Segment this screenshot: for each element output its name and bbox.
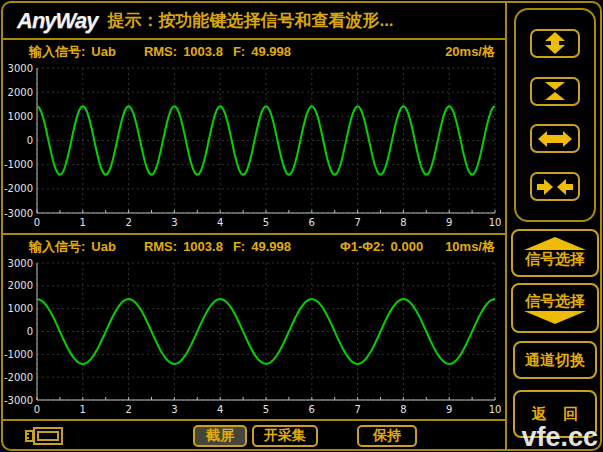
triangle-down-icon — [524, 311, 586, 324]
svg-text:7: 7 — [354, 217, 360, 228]
instrument-screen: AnyWay 提示：按功能键选择信号和查看波形... 输入信号: Uab RMS… — [0, 0, 603, 452]
phase-diff-value: 0.000 — [391, 239, 424, 254]
svg-text:-3000: -3000 — [4, 395, 33, 406]
freq-label: F: — [233, 239, 245, 254]
svg-text:1: 1 — [80, 404, 86, 415]
expand-vertical-icon — [537, 32, 573, 54]
anyway-logo: AnyWay — [17, 8, 97, 34]
channel-switch-label: 通道切换 — [525, 351, 585, 370]
hold-button-label: 保持 — [373, 427, 401, 445]
phase-diff-label: Φ1-Φ2: — [340, 239, 384, 254]
svg-text:10: 10 — [489, 217, 501, 228]
waveform-panel-2: 输入信号: Uab RMS: 1003.8 F: 49.998 Φ1-Φ2: 0… — [3, 233, 505, 419]
svg-text:3: 3 — [171, 404, 177, 415]
rms-label: RMS: — [144, 44, 177, 59]
compress-vertical-button[interactable] — [530, 77, 580, 106]
expand-vertical-button[interactable] — [530, 29, 580, 58]
svg-text:8: 8 — [400, 217, 406, 228]
signal-value: Uab — [91, 239, 116, 254]
vfe-watermark: vfe.cc — [521, 422, 598, 452]
svg-text:-2000: -2000 — [4, 183, 33, 194]
back-button-label: 返 回 — [532, 405, 579, 424]
svg-text:1000: 1000 — [8, 303, 33, 314]
svg-text:0: 0 — [27, 326, 33, 337]
svg-text:-2000: -2000 — [4, 372, 33, 383]
compress-horizontal-button[interactable] — [530, 172, 580, 201]
signal-select-down-label: 信号选择 — [525, 292, 585, 311]
svg-text:10: 10 — [489, 404, 501, 415]
svg-text:3: 3 — [171, 217, 177, 228]
freq-value: 49.998 — [251, 239, 291, 254]
main-area: AnyWay 提示：按功能键选择信号和查看波形... 输入信号: Uab RMS… — [3, 3, 507, 449]
waveform-zoom-group — [514, 8, 596, 222]
expand-horizontal-icon — [537, 128, 573, 150]
rms-value: 1003.8 — [183, 239, 223, 254]
svg-text:-3000: -3000 — [4, 208, 33, 219]
svg-text:8: 8 — [400, 404, 406, 415]
timebase-value: 10ms/格 — [445, 238, 495, 256]
screenshot-button[interactable]: 截屏 — [193, 425, 247, 447]
svg-text:0: 0 — [27, 135, 33, 146]
svg-text:6: 6 — [309, 217, 315, 228]
bottom-bar: 截屏 开采集 保持 — [3, 419, 505, 451]
svg-text:1000: 1000 — [8, 111, 33, 122]
triangle-up-icon — [524, 237, 586, 250]
svg-text:1: 1 — [80, 217, 86, 228]
start-capture-button-label: 开采集 — [264, 427, 306, 445]
svg-text:4: 4 — [217, 217, 223, 228]
signal-select-up-label: 信号选择 — [525, 250, 585, 269]
svg-text:2000: 2000 — [8, 87, 33, 98]
expand-horizontal-button[interactable] — [530, 124, 580, 153]
waveform-2-header: 输入信号: Uab RMS: 1003.8 F: 49.998 Φ1-Φ2: 0… — [3, 235, 505, 258]
screenshot-button-label: 截屏 — [206, 427, 234, 445]
timebase-value: 20ms/格 — [445, 43, 495, 61]
signal-value: Uab — [91, 44, 116, 59]
svg-text:7: 7 — [354, 404, 360, 415]
svg-text:2: 2 — [125, 217, 131, 228]
signal-select-up-button[interactable]: 信号选择 — [511, 229, 599, 277]
svg-text:5: 5 — [263, 217, 269, 228]
svg-text:2000: 2000 — [8, 280, 33, 291]
svg-text:5: 5 — [263, 404, 269, 415]
svg-text:0: 0 — [34, 217, 40, 228]
title-bar: AnyWay 提示：按功能键选择信号和查看波形... — [3, 3, 505, 38]
svg-text:2: 2 — [125, 404, 131, 415]
compress-horizontal-icon — [537, 176, 573, 198]
compress-vertical-icon — [537, 80, 573, 102]
svg-text:6: 6 — [309, 404, 315, 415]
svg-text:4: 4 — [217, 404, 223, 415]
svg-text:0: 0 — [34, 404, 40, 415]
usb-device-icon — [25, 424, 69, 448]
freq-value: 49.998 — [251, 44, 291, 59]
channel-switch-button[interactable]: 通道切换 — [513, 341, 597, 379]
signal-select-down-button[interactable]: 信号选择 — [511, 283, 599, 333]
svg-text:3000: 3000 — [8, 258, 33, 269]
signal-label: 输入信号: — [29, 43, 85, 61]
svg-text:9: 9 — [446, 217, 452, 228]
freq-label: F: — [233, 44, 245, 59]
waveform-panel-1: 输入信号: Uab RMS: 1003.8 F: 49.998 20ms/格 -… — [3, 38, 505, 233]
hold-button[interactable]: 保持 — [357, 425, 417, 447]
rms-label: RMS: — [144, 239, 177, 254]
hint-text: 提示：按功能键选择信号和查看波形... — [107, 9, 393, 32]
waveform-1-plot: -3000-2000-10000100020003000012345678910 — [3, 63, 501, 229]
start-capture-button[interactable]: 开采集 — [252, 425, 318, 447]
svg-text:-1000: -1000 — [4, 159, 33, 170]
signal-label: 输入信号: — [29, 238, 85, 256]
rms-value: 1003.8 — [183, 44, 223, 59]
waveform-2-plot: -3000-2000-10000100020003000012345678910 — [3, 258, 501, 416]
waveform-1-header: 输入信号: Uab RMS: 1003.8 F: 49.998 20ms/格 — [3, 40, 505, 63]
svg-text:9: 9 — [446, 404, 452, 415]
svg-text:3000: 3000 — [8, 63, 33, 74]
svg-text:-1000: -1000 — [4, 349, 33, 360]
sidebar: 信号选择 信号选择 通道切换 返 回 vfe.cc — [507, 3, 600, 449]
